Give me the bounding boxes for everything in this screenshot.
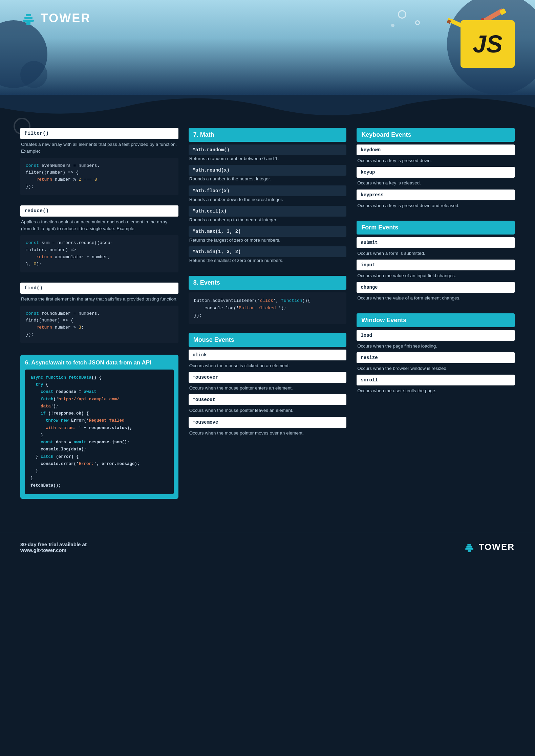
scroll-name: scroll [357,375,515,385]
mouse-click-desc: Occurs when the mouse is clicked on an e… [189,362,347,372]
math-floor: Math.floor(x) Rounds a number down to th… [189,185,347,206]
math-ceil: Math.ceil(x) Rounds a number up to the n… [189,206,347,226]
form-input: input Occurs when the value of an input … [357,260,515,282]
keydown-desc: Occurs when a key is pressed down. [357,157,515,167]
mouse-mousemove: mousemove Occurs when the mouse pointer … [189,417,347,439]
resize-desc: Occurs when the browser window is resize… [357,365,515,375]
key-keydown: keydown Occurs when a key is pressed dow… [357,144,515,167]
math-max-desc: Returns the largest of zero or more numb… [189,237,347,246]
mouse-click-name: click [189,350,347,360]
keyboard-events-section: Keyboard Events keydown Occurs when a ke… [357,128,515,212]
filter-title: filter() [20,128,178,139]
form-events-section: Form Events submit Occurs when a form is… [357,221,515,305]
svg-rect-2 [26,14,31,16]
form-events-title: Form Events [357,221,515,235]
footer-text-area: 30-day free trial available at www.git-t… [20,541,87,553]
mouse-events-section: Mouse Events click Occurs when the mouse… [189,333,347,439]
math-random-desc: Returns a random number between 0 and 1. [189,155,347,165]
submit-desc: Occurs when a form is submitted. [357,250,515,260]
find-title: find() [20,283,178,294]
math-ceil-desc: Rounds a number up to the nearest intege… [189,217,347,226]
input-desc: Occurs when the value of an input field … [357,272,515,282]
svg-rect-10 [465,548,473,550]
math-round: Math.round(x) Rounds a number to the nea… [189,165,347,185]
keypress-name: keypress [357,190,515,200]
mouse-events-title: Mouse Events [189,333,347,347]
filter-section: filter() Creates a new array with all el… [20,128,178,195]
reduce-section: reduce() Applies a function against an a… [20,205,178,273]
math-floor-desc: Rounds a number down to the nearest inte… [189,196,347,206]
events-title: 8. Events [189,276,347,290]
window-events-section: Window Events load Occurs when the page … [357,313,515,397]
key-keyup: keyup Occurs when a key is released. [357,167,515,189]
deco-circle-1 [398,10,406,19]
mouse-mousemove-name: mousemove [189,417,347,428]
footer: 30-day free trial available at www.git-t… [0,533,535,561]
mouse-mouseout: mouseout Occurs when the mouse pointer l… [189,394,347,417]
math-random: Math.random() Returns a random number be… [189,144,347,165]
change-desc: Occurs when the value of a form element … [357,295,515,304]
submit-name: submit [357,237,515,248]
math-max: Math.max(1, 3, 2) Returns the largest of… [189,226,347,246]
deco-circle-2 [415,20,420,25]
window-scroll: scroll Occurs when the user scrolls the … [357,375,515,397]
form-change: change Occurs when the value of a form e… [357,282,515,304]
math-random-name: Math.random() [189,144,347,155]
svg-rect-12 [467,544,471,546]
window-events-title: Window Events [357,313,515,327]
svg-rect-1 [24,17,33,19]
svg-rect-3 [26,22,30,25]
async-code: async function fetchData() { try { const… [25,370,174,494]
svg-rect-13 [468,550,471,552]
svg-rect-11 [466,546,472,548]
mouse-mouseover-name: mouseover [189,372,347,383]
mouse-mouseover-desc: Occurs when the mouse pointer enters an … [189,385,347,394]
async-section: 6. Async/await to fetch JSON data from a… [20,355,178,499]
keydown-name: keydown [357,144,515,155]
async-title: 6. Async/await to fetch JSON data from a… [20,355,178,499]
js-badge-background: JS [461,20,515,68]
filter-description: Creates a new array with all elements th… [20,141,178,158]
mouse-mouseout-name: mouseout [189,394,347,405]
scroll-desc: Occurs when the user scrolls the page. [357,387,515,397]
find-description: Returns the first element in the array t… [20,296,178,305]
events-code: button.addEventListener('click', functio… [189,292,347,324]
footer-logo-text: TOWER [479,542,515,552]
math-title: 7. Math [189,128,347,142]
input-name: input [357,260,515,270]
deco-circle-bottom [14,118,30,135]
footer-logo-icon [463,541,475,553]
resize-name: resize [357,352,515,363]
deco-circle-3 [391,24,394,27]
find-code: const foundNumber = numbers. find((numbe… [20,306,178,343]
js-badge: JS [447,7,515,68]
right-column: Keyboard Events keydown Occurs when a ke… [357,128,515,499]
footer-logo: TOWER [463,541,515,553]
filter-code: const evenNumbers = numbers. filter((num… [20,158,178,195]
left-column: filter() Creates a new array with all el… [20,128,178,499]
footer-line1: 30-day free trial available at [20,541,87,547]
reduce-description: Applies a function against an accumulato… [20,219,178,235]
mouse-mousemove-desc: Occurs when the mouse pointer moves over… [189,430,347,439]
math-max-name: Math.max(1, 3, 2) [189,226,347,237]
middle-column: 7. Math Math.random() Returns a random n… [189,128,347,499]
reduce-code: const sum = numbers.reduce((accu- mulato… [20,235,178,272]
keyboard-events-title: Keyboard Events [357,128,515,142]
header: TOWER JS [0,0,535,95]
window-resize: resize Occurs when the browser window is… [357,352,515,375]
events-section: 8. Events button.addEventListener('click… [189,276,347,324]
logo-area: TOWER [20,10,91,26]
math-section: 7. Math Math.random() Returns a random n… [189,128,347,267]
math-round-desc: Rounds a number to the nearest integer. [189,176,347,185]
math-ceil-name: Math.ceil(x) [189,206,347,217]
math-round-name: Math.round(x) [189,165,347,176]
main-content: filter() Creates a new array with all el… [0,114,535,519]
math-floor-name: Math.floor(x) [189,185,347,196]
keyup-desc: Occurs when a key is released. [357,180,515,189]
header-logo-text: TOWER [41,11,91,25]
deco-blob-left2 [20,61,47,88]
mouse-mouseover: mouseover Occurs when the mouse pointer … [189,372,347,394]
load-desc: Occurs when the page finishes loading. [357,343,515,352]
form-submit: submit Occurs when a form is submitted. [357,237,515,260]
key-keypress: keypress Occurs when a key is pressed do… [357,190,515,212]
